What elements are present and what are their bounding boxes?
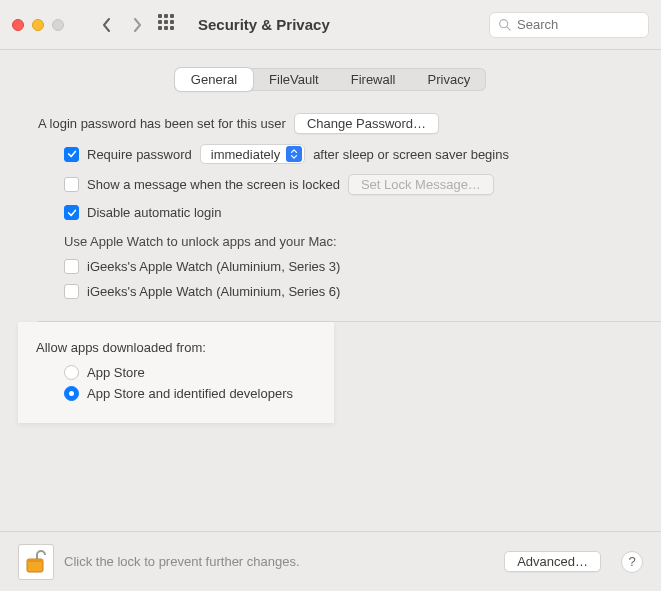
allow-app-store-label: App Store [87,365,145,380]
footer-bar: Click the lock to prevent further change… [0,531,661,591]
lock-hint-text: Click the lock to prevent further change… [64,554,300,569]
login-password-text: A login password has been set for this u… [38,116,286,131]
tab-general[interactable]: General [175,68,253,91]
help-button[interactable]: ? [621,551,643,573]
allow-apps-heading: Allow apps downloaded from: [36,340,316,355]
lock-open-icon [24,549,48,575]
allow-apps-highlight-box: Allow apps downloaded from: App Store Ap… [18,322,334,423]
lock-button[interactable] [18,544,54,580]
content-area: General FileVault Firewall Privacy A log… [0,50,661,531]
delay-value: immediately [211,147,280,162]
allow-app-store-row: App Store [64,365,316,380]
apple-watch-heading: Use Apple Watch to unlock apps and your … [64,234,625,249]
disable-auto-login-checkbox[interactable] [64,205,79,220]
require-password-row: Require password immediately after sleep… [64,144,625,164]
tab-privacy[interactable]: Privacy [412,68,487,91]
minimize-window-button[interactable] [32,19,44,31]
apple-watch-label-0: iGeeks's Apple Watch (Aluminium, Series … [87,259,340,274]
apple-watch-label-1: iGeeks's Apple Watch (Aluminium, Series … [87,284,340,299]
apple-watch-device-row: iGeeks's Apple Watch (Aluminium, Series … [64,284,625,299]
search-input[interactable] [489,12,649,38]
titlebar: Security & Privacy [0,0,661,50]
svg-line-1 [507,27,510,30]
allow-app-store-radio[interactable] [64,365,79,380]
show-message-row: Show a message when the screen is locked… [64,174,625,195]
require-password-delay-select[interactable]: immediately [200,144,305,164]
apple-watch-device-row: iGeeks's Apple Watch (Aluminium, Series … [64,259,625,274]
window-title: Security & Privacy [198,16,330,33]
apple-watch-checkbox-0[interactable] [64,259,79,274]
window-controls [12,19,64,31]
back-button[interactable] [96,14,118,36]
allow-identified-label: App Store and identified developers [87,386,293,401]
change-password-button[interactable]: Change Password… [294,113,439,134]
show-all-prefs-icon[interactable] [158,14,180,36]
allow-identified-radio[interactable] [64,386,79,401]
show-message-checkbox[interactable] [64,177,79,192]
require-password-label: Require password [87,147,192,162]
close-window-button[interactable] [12,19,24,31]
apple-watch-checkbox-1[interactable] [64,284,79,299]
allow-identified-row: App Store and identified developers [64,386,316,401]
tab-filevault[interactable]: FileVault [253,68,335,91]
tab-firewall[interactable]: Firewall [335,68,412,91]
allow-apps-section: Allow apps downloaded from: App Store Ap… [36,322,625,423]
svg-rect-3 [27,559,43,562]
require-password-checkbox[interactable] [64,147,79,162]
chevron-updown-icon [286,146,302,162]
forward-button[interactable] [126,14,148,36]
zoom-window-button[interactable] [52,19,64,31]
search-field[interactable] [517,17,640,32]
tab-bar: General FileVault Firewall Privacy [36,68,625,91]
disable-auto-login-label: Disable automatic login [87,205,221,220]
disable-auto-login-row: Disable automatic login [64,205,625,220]
search-icon [498,18,511,31]
login-password-row: A login password has been set for this u… [38,113,625,134]
show-message-label: Show a message when the screen is locked [87,177,340,192]
advanced-button[interactable]: Advanced… [504,551,601,572]
require-password-suffix: after sleep or screen saver begins [313,147,509,162]
set-lock-message-button: Set Lock Message… [348,174,494,195]
